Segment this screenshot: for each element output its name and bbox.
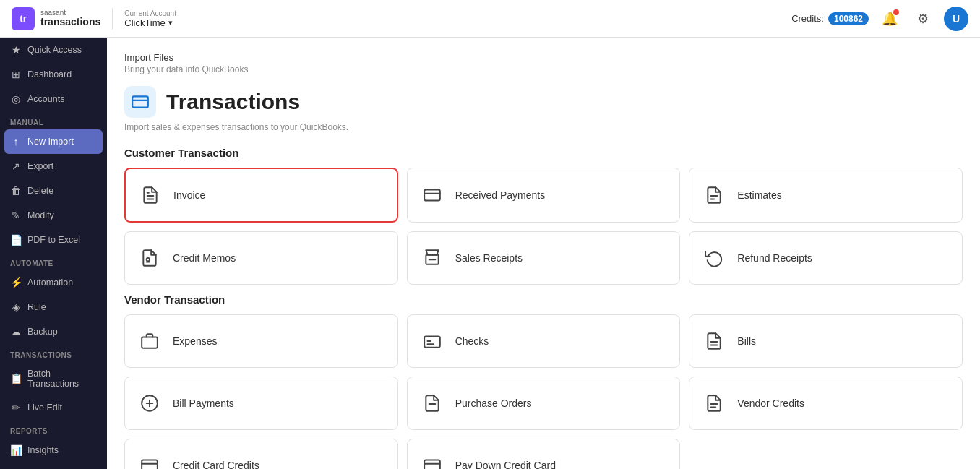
card-credit-memos[interactable]: Credit Memos: [124, 231, 398, 285]
sidebar-label-new-import: New Import: [27, 137, 74, 147]
card-refund-receipts[interactable]: Refund Receipts: [689, 231, 963, 285]
vendor-section-title: Vendor Transaction: [124, 293, 963, 306]
card-vendor-credits[interactable]: Vendor Credits: [689, 377, 963, 430]
sidebar-item-new-import[interactable]: ↑ New Import: [4, 129, 103, 154]
svg-rect-5: [424, 189, 440, 200]
logo-text: saasant transactions: [40, 9, 100, 27]
batch-icon: 📋: [10, 373, 22, 384]
dashboard-icon: ⊞: [10, 69, 22, 80]
sidebar-label-rule: Rule: [27, 302, 46, 312]
card-expenses[interactable]: Expenses: [124, 314, 398, 368]
credits-value[interactable]: 100862: [828, 12, 869, 25]
pay-down-credit-card-icon: [419, 452, 445, 469]
received-payments-label: Received Payments: [455, 189, 546, 201]
header-account: Current Account ClickTime ▾: [124, 9, 176, 28]
card-bill-payments[interactable]: Bill Payments: [124, 377, 398, 430]
sidebar-label-accounts: Accounts: [27, 94, 64, 104]
sidebar-item-export[interactable]: ↗ Export: [0, 154, 107, 178]
sidebar-item-live-edit[interactable]: ✏ Live Edit: [0, 395, 107, 420]
card-bills[interactable]: Bills: [689, 314, 963, 368]
rule-icon: ◈: [10, 301, 22, 313]
pay-down-credit-card-label: Pay Down Credit Card: [455, 460, 556, 469]
customer-cards-grid: Invoice Received Payments: [124, 168, 963, 285]
card-sales-receipts[interactable]: Sales Receipts: [407, 231, 681, 285]
expenses-label: Expenses: [173, 335, 217, 347]
notification-dot: [893, 9, 899, 15]
settings-button[interactable]: ⚙: [911, 7, 935, 31]
header: tr saasant transactions Current Account …: [0, 0, 980, 38]
estimates-icon: [701, 182, 727, 208]
svg-rect-12: [142, 337, 158, 348]
chevron-down-icon: ▾: [168, 18, 173, 27]
sidebar-item-backup[interactable]: ☁ Backup: [0, 319, 107, 344]
sidebar-item-pdf-to-excel[interactable]: 📄 PDF to Excel: [0, 228, 107, 252]
card-received-payments[interactable]: Received Payments: [407, 168, 681, 223]
backup-icon: ☁: [10, 326, 22, 337]
delete-icon: 🗑: [10, 185, 22, 197]
sidebar-item-account-summary[interactable]: 🏦 Account Summary: [0, 462, 107, 469]
sidebar-item-quick-access[interactable]: ★ Quick Access: [0, 38, 107, 62]
svg-point-8: [147, 258, 150, 261]
card-invoice[interactable]: Invoice: [124, 168, 398, 223]
svg-rect-13: [424, 337, 440, 348]
sidebar-section-reports: REPORTS: [0, 420, 107, 438]
sidebar-label-live-edit: Live Edit: [27, 403, 62, 413]
checks-icon: [419, 328, 445, 354]
pdf-icon: 📄: [10, 234, 22, 246]
vendor-credits-icon: [701, 390, 727, 416]
sidebar-item-rule[interactable]: ◈ Rule: [0, 295, 107, 319]
card-credit-card-credits[interactable]: Credit Card Credits: [124, 439, 398, 469]
page-title: Transactions: [166, 90, 300, 114]
expenses-icon: [137, 328, 163, 354]
card-estimates[interactable]: Estimates: [689, 168, 963, 223]
sidebar-item-automation[interactable]: ⚡ Automation: [0, 270, 107, 295]
upload-icon: ↑: [10, 136, 22, 147]
sidebar-label-backup: Backup: [27, 327, 58, 337]
refund-receipts-icon: [701, 245, 727, 271]
estimates-label: Estimates: [737, 189, 781, 201]
live-edit-icon: ✏: [10, 402, 22, 413]
sidebar-item-accounts[interactable]: ◎ Accounts: [0, 87, 107, 111]
bills-label: Bills: [737, 335, 756, 347]
logo: tr saasant transactions: [12, 7, 100, 30]
credits-label: Credits:: [791, 13, 824, 24]
logo-icon: tr: [12, 7, 35, 30]
credits-badge: Credits: 100862: [791, 12, 869, 25]
sidebar-label-automation: Automation: [27, 277, 73, 288]
logo-bottom-text: transactions: [40, 17, 100, 27]
sidebar-item-modify[interactable]: ✎ Modify: [0, 203, 107, 228]
star-icon: ★: [10, 44, 22, 56]
sidebar-label-delete: Delete: [27, 186, 53, 196]
sales-receipts-icon: [419, 245, 445, 271]
sidebar-item-dashboard[interactable]: ⊞ Dashboard: [0, 62, 107, 87]
vendor-credits-label: Vendor Credits: [737, 397, 804, 409]
header-right: Credits: 100862 🔔 ⚙ U: [791, 7, 968, 31]
bring-data-label: Bring your data into QuickBooks: [124, 64, 963, 74]
main-content: Import Files Bring your data into QuickB…: [107, 38, 980, 469]
purchase-orders-label: Purchase Orders: [455, 397, 532, 409]
notification-button[interactable]: 🔔: [877, 7, 902, 31]
account-name[interactable]: ClickTime ▾: [124, 17, 176, 28]
bill-payments-icon: [137, 390, 163, 416]
checks-label: Checks: [455, 335, 489, 347]
sidebar-item-delete[interactable]: 🗑 Delete: [0, 178, 107, 203]
insights-icon: 📊: [10, 444, 22, 456]
import-files-label: Import Files: [124, 52, 963, 63]
sales-receipts-label: Sales Receipts: [455, 252, 523, 264]
transactions-icon: [124, 86, 156, 118]
vendor-cards-grid: Expenses Checks: [124, 314, 963, 430]
svg-rect-0: [132, 96, 148, 107]
card-purchase-orders[interactable]: Purchase Orders: [407, 377, 681, 430]
sidebar-item-insights[interactable]: 📊 Insights: [0, 438, 107, 462]
bottom-cards-grid: Credit Card Credits Pay Down Credit Card: [124, 439, 963, 469]
card-checks[interactable]: Checks: [407, 314, 681, 368]
layout: ★ Quick Access ⊞ Dashboard ◎ Accounts MA…: [0, 38, 980, 469]
sidebar-item-batch-transactions[interactable]: 📋 Batch Transactions: [0, 362, 107, 395]
sidebar: ★ Quick Access ⊞ Dashboard ◎ Accounts MA…: [0, 38, 107, 469]
customer-section-title: Customer Transaction: [124, 147, 963, 159]
invoice-icon: [137, 182, 163, 208]
card-pay-down-credit-card[interactable]: Pay Down Credit Card: [407, 439, 681, 469]
sidebar-section-automate: AUTOMATE: [0, 252, 107, 270]
accounts-icon: ◎: [10, 93, 22, 105]
avatar[interactable]: U: [944, 7, 968, 31]
